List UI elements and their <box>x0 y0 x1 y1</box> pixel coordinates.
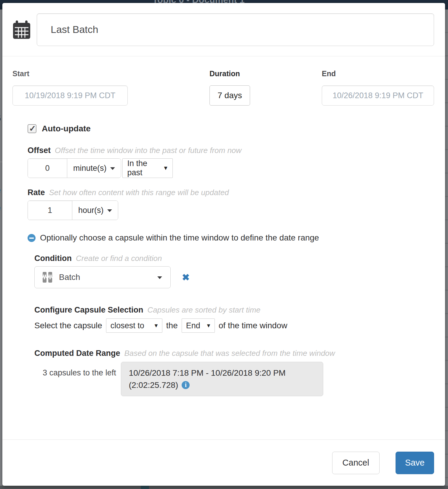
start-label: Start <box>12 69 128 79</box>
condition-label: Condition <box>34 254 72 263</box>
offset-input-group: minute(s) <box>28 158 121 178</box>
save-button[interactable]: Save <box>396 452 434 474</box>
background-bottom-edge <box>0 486 448 489</box>
duration-field-group: Duration <box>209 69 250 106</box>
date-range-config-modal: Start Duration End Auto-update <box>2 3 445 486</box>
remove-condition-icon[interactable] <box>182 273 190 282</box>
rate-unit-value: hour(s) <box>78 206 104 215</box>
offset-unit-value: minute(s) <box>73 164 107 173</box>
rate-unit-dropdown[interactable]: hour(s) <box>72 201 118 220</box>
page-background: Topic 0 - Document 1 5 : e e <box>0 0 448 489</box>
duration-label: Duration <box>209 69 250 79</box>
sentence-prefix: Select the capsule <box>34 321 102 330</box>
computed-range-hint: Based on the capsule that was selected f… <box>124 349 335 358</box>
capsule-position-value: closest to <box>111 321 144 330</box>
capsule-selection-sentence: Select the capsule closest to the End of… <box>34 318 434 333</box>
offset-hint: Offset the time window into the past or … <box>55 146 241 155</box>
sentence-suffix: of the time window <box>219 321 287 330</box>
duration-input[interactable] <box>209 85 250 106</box>
offset-section: Offset Offset the time window into the p… <box>28 146 434 178</box>
computed-range-value-box: 10/26/2018 7:18 PM - 10/26/2018 9:20 PM … <box>121 362 323 396</box>
modal-header <box>2 3 445 56</box>
computed-range-duration: (2:02:25.728) <box>129 380 178 390</box>
background-left-edge: 5 : e e <box>0 9 2 489</box>
rate-section: Rate Set how often content with this ran… <box>28 188 434 220</box>
background-text-fragment: 5 <box>0 113 1 123</box>
capsule-count-note: 3 capsules to the left <box>43 368 116 377</box>
end-datetime-input[interactable] <box>322 85 434 106</box>
offset-direction-select[interactable]: In the past <box>122 158 173 178</box>
rate-hint: Set how often content with this range wi… <box>49 188 229 197</box>
background-text-fragment: e <box>0 185 1 195</box>
time-range-fields: Start Duration End <box>12 69 434 106</box>
condition-hint: Create or find a condition <box>76 254 162 263</box>
collapse-minus-icon[interactable] <box>28 234 36 242</box>
background-right-edge <box>445 9 448 489</box>
modal-body: Start Duration End Auto-update <box>2 56 445 439</box>
auto-update-label: Auto-update <box>42 124 91 133</box>
condition-select[interactable]: Batch <box>34 266 171 288</box>
caret-down-icon <box>107 209 112 212</box>
checkmark-icon <box>29 124 36 133</box>
modal-footer: Cancel Save <box>2 439 445 486</box>
capsule-selection-label: Configure Capsule Selection <box>34 305 143 315</box>
range-name-input[interactable] <box>37 13 434 46</box>
offset-value-input[interactable] <box>28 159 67 178</box>
capsule-position-select[interactable]: closest to <box>106 318 162 333</box>
start-datetime-input[interactable] <box>12 85 128 106</box>
condition-capsules-icon <box>42 272 52 283</box>
caret-down-icon <box>110 167 115 170</box>
cancel-button[interactable]: Cancel <box>332 452 380 474</box>
offset-unit-dropdown[interactable]: minute(s) <box>67 159 121 178</box>
capsule-toggle-label: Optionally choose a capsule within the t… <box>40 233 319 243</box>
condition-section: Condition Create or find a condition Bat… <box>34 254 434 288</box>
capsule-selection-hint: Capsules are sorted by start time <box>148 305 261 315</box>
computed-range-dates: 10/26/2018 7:18 PM - 10/26/2018 9:20 PM <box>129 367 315 379</box>
capsule-section-toggle[interactable]: Optionally choose a capsule within the t… <box>28 233 434 243</box>
capsule-selection-section: Configure Capsule Selection Capsules are… <box>34 305 434 333</box>
offset-label: Offset <box>28 146 51 155</box>
capsule-anchor-select[interactable]: End <box>182 318 215 333</box>
auto-update-checkbox[interactable] <box>28 124 36 133</box>
rate-label: Rate <box>28 188 45 197</box>
rate-value-input[interactable] <box>28 201 72 220</box>
background-fragment <box>141 486 149 489</box>
rate-input-group: hour(s) <box>28 200 118 220</box>
sentence-middle: the <box>166 321 178 330</box>
end-label: End <box>322 69 434 79</box>
computed-range-section: Computed Date Range Based on the capsule… <box>34 349 434 396</box>
offset-direction-value: In the past <box>127 159 158 177</box>
background-text-fragment: e <box>0 203 1 213</box>
auto-update-row: Auto-update <box>28 124 434 133</box>
info-icon[interactable] <box>182 381 190 389</box>
computed-range-label: Computed Date Range <box>34 349 120 358</box>
start-field-group: Start <box>12 69 128 106</box>
capsule-anchor-value: End <box>186 321 200 330</box>
condition-value: Batch <box>59 273 80 282</box>
caret-down-icon <box>157 276 162 279</box>
end-field-group: End <box>322 69 434 106</box>
calendar-icon <box>13 20 30 39</box>
